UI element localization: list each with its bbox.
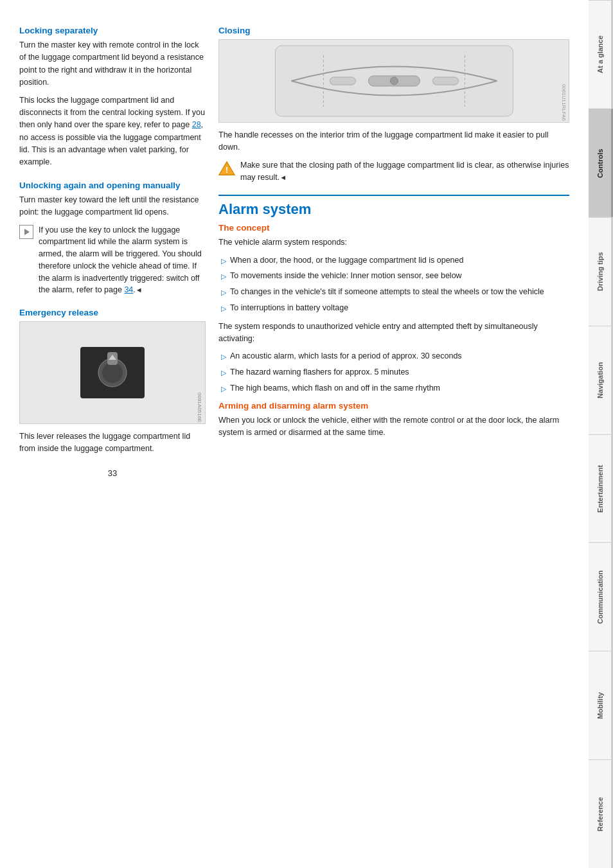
tab-driving-tips[interactable]: Driving tips xyxy=(589,217,613,326)
locking-text2: This locks the luggage compartment lid a… xyxy=(19,94,206,169)
svg-point-2 xyxy=(102,362,123,383)
arming-text: When you lock or unlock the vehicle, eit… xyxy=(218,414,569,439)
bullet-arrow-icon: ▷ xyxy=(221,287,226,298)
svg-point-7 xyxy=(390,77,398,85)
note-icon xyxy=(19,225,33,239)
emergency-heading: Emergency release xyxy=(19,308,206,317)
tab-communication[interactable]: Communication xyxy=(589,542,613,651)
emergency-image: 0091A0516E xyxy=(19,321,206,424)
ref-mark-right: ◄ xyxy=(280,173,287,181)
tab-mobility[interactable]: Mobility xyxy=(589,651,613,759)
image-label-closing: 0061U11RLFA6 xyxy=(561,84,567,121)
tab-navigation[interactable]: Navigation xyxy=(589,326,613,434)
note-text: If you use the key to unlock the luggage… xyxy=(39,224,206,297)
alarm-heading: Alarm system xyxy=(218,195,569,218)
unlocking-text: Turn master key toward the left until th… xyxy=(19,194,206,219)
closing-section: Closing xyxy=(218,26,569,183)
ref-mark-left: ◄ xyxy=(136,286,143,294)
bullet-arrow-icon: ▷ xyxy=(221,256,226,267)
bullet-arrow-icon: ▷ xyxy=(221,368,226,378)
tab-at-a-glance[interactable]: At a glance xyxy=(589,0,613,109)
closing-heading: Closing xyxy=(218,26,569,35)
system-text: The system responds to unauthorized vehi… xyxy=(218,321,569,346)
bullet-arrow-icon: ▷ xyxy=(221,351,226,362)
bullet-arrow-icon: ▷ xyxy=(221,271,226,282)
locking-section: Locking separately Turn the master key w… xyxy=(19,26,206,169)
right-column: Closing xyxy=(218,26,569,849)
tab-reference[interactable]: Reference xyxy=(589,759,613,868)
bullet-item: ▷ The high beams, which flash on and off… xyxy=(218,382,569,394)
tab-entertainment[interactable]: Entertainment xyxy=(589,434,613,543)
bullet-item: ▷ An acoustic alarm, which lasts for a p… xyxy=(218,350,569,362)
image-label-emergency: 0091A0516E xyxy=(197,393,202,422)
closing-text: The handle recesses on the interior trim… xyxy=(218,129,569,154)
bullet-item: ▷ To movements inside the vehicle: Inner… xyxy=(218,270,569,282)
concept-bullet-list: ▷ When a door, the hood, or the luggage … xyxy=(218,254,569,314)
page-link-28[interactable]: 28 xyxy=(192,120,201,129)
svg-text:!: ! xyxy=(226,165,228,175)
emergency-illustration xyxy=(74,341,151,405)
bullet-item: ▷ To changes in the vehicle's tilt if so… xyxy=(218,286,569,298)
bullet-item: ▷ The hazard warning flashers for approx… xyxy=(218,366,569,378)
closing-image: 0061U11RLFA6 xyxy=(218,39,569,123)
locking-text1: Turn the master key with remote control … xyxy=(19,39,206,89)
warning-icon: ! xyxy=(218,160,235,177)
svg-rect-8 xyxy=(330,77,355,85)
bullet-item: ▷ To interruptions in battery voltage xyxy=(218,302,569,314)
concept-heading: The concept xyxy=(218,223,569,233)
bullet-item: ▷ When a door, the hood, or the luggage … xyxy=(218,254,569,267)
page-number: 33 xyxy=(19,468,206,478)
tab-bar: At a glance Controls Driving tips Naviga… xyxy=(589,0,613,868)
svg-rect-9 xyxy=(432,77,458,85)
alarm-section: Alarm system The concept The vehicle ala… xyxy=(218,195,569,439)
activating-bullet-list: ▷ An acoustic alarm, which lasts for a p… xyxy=(218,350,569,394)
arming-heading: Arming and disarming alarm system xyxy=(218,401,569,411)
page-link-34a[interactable]: 34 xyxy=(124,285,133,294)
bullet-arrow-icon: ▷ xyxy=(221,384,226,394)
concept-intro: The vehicle alarm system responds: xyxy=(218,236,569,249)
car-trunk-illustration xyxy=(228,42,560,120)
left-column: Locking separately Turn the master key w… xyxy=(19,26,206,849)
emergency-text: This lever releases the luggage compartm… xyxy=(19,430,206,456)
warning-box: ! Make sure that the closing path of the… xyxy=(218,159,569,184)
emergency-section: Emergency release 0091 xyxy=(19,308,206,456)
unlocking-heading: Unlocking again and opening manually xyxy=(19,181,206,190)
warning-text: Make sure that the closing path of the l… xyxy=(240,159,569,184)
play-icon xyxy=(24,229,30,235)
note-box: If you use the key to unlock the luggage… xyxy=(19,224,206,297)
tab-controls[interactable]: Controls xyxy=(589,109,613,217)
locking-heading: Locking separately xyxy=(19,26,206,35)
unlocking-section: Unlocking again and opening manually Tur… xyxy=(19,181,206,296)
bullet-arrow-icon: ▷ xyxy=(221,303,226,314)
